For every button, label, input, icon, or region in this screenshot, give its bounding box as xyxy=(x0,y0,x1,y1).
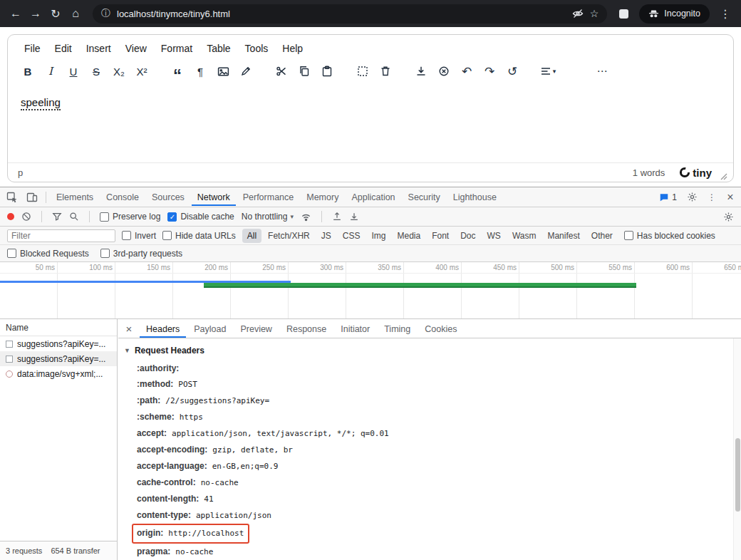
paste-icon[interactable] xyxy=(316,61,338,82)
tab-cookies[interactable]: Cookies xyxy=(418,320,463,338)
menu-help[interactable]: Help xyxy=(276,40,309,57)
tab-memory[interactable]: Memory xyxy=(301,188,344,206)
tab-elements[interactable]: Elements xyxy=(51,188,99,206)
filter-input[interactable] xyxy=(7,229,115,242)
tab-sources[interactable]: Sources xyxy=(146,188,190,206)
preserve-log-box[interactable] xyxy=(100,212,109,222)
chip-all[interactable]: All xyxy=(242,229,261,243)
element-path[interactable]: p xyxy=(18,167,23,178)
third-party-box[interactable] xyxy=(100,249,110,258)
tab-initiator[interactable]: Initiator xyxy=(334,320,376,338)
third-party-checkbox[interactable]: 3rd-party requests xyxy=(100,249,182,259)
tab-network[interactable]: Network xyxy=(192,188,236,206)
tab-timing[interactable]: Timing xyxy=(378,320,417,338)
chip-manifest[interactable]: Manifest xyxy=(542,229,584,243)
browser-menu-icon[interactable]: ⋮ xyxy=(717,7,734,21)
chip-media[interactable]: Media xyxy=(392,229,425,243)
detail-scrollbar[interactable] xyxy=(733,338,741,560)
throttling-select[interactable]: No throttling ▾ xyxy=(242,212,294,222)
cancel-icon[interactable] xyxy=(432,61,455,82)
blocked-requests-box[interactable] xyxy=(7,249,16,258)
hide-data-urls-checkbox[interactable]: Hide data URLs xyxy=(162,231,236,241)
export-har-icon[interactable] xyxy=(349,212,359,222)
undo-icon[interactable]: ↶ xyxy=(455,61,478,82)
request-row[interactable]: suggestions?apiKey=... xyxy=(0,336,117,351)
bookmark-star-icon[interactable]: ☆ xyxy=(590,8,599,19)
cut-icon[interactable] xyxy=(270,61,293,82)
has-blocked-cookies-checkbox[interactable]: Has blocked cookies xyxy=(624,231,715,241)
select-all-icon[interactable] xyxy=(351,61,374,82)
underline-icon[interactable]: U xyxy=(62,61,85,82)
home-icon[interactable]: ⌂ xyxy=(67,7,84,20)
issues-badge[interactable]: 1 xyxy=(659,192,677,202)
eye-off-icon[interactable] xyxy=(572,8,584,19)
devtools-close-icon[interactable]: × xyxy=(722,191,738,204)
name-column-header[interactable]: Name xyxy=(0,319,117,336)
chip-ws[interactable]: WS xyxy=(482,229,506,243)
chip-font[interactable]: Font xyxy=(427,229,454,243)
paragraph-icon[interactable]: ¶ xyxy=(189,61,212,82)
invert-box[interactable] xyxy=(122,231,131,240)
tab-payload[interactable]: Payload xyxy=(187,320,232,338)
menu-edit[interactable]: Edit xyxy=(48,40,78,57)
menu-view[interactable]: View xyxy=(119,40,153,57)
tiny-logo[interactable]: tiny xyxy=(679,167,712,179)
tab-console[interactable]: Console xyxy=(100,188,145,206)
inspect-icon[interactable] xyxy=(3,190,21,204)
devtools-menu-icon[interactable]: ⋮ xyxy=(703,190,721,204)
redo-icon[interactable]: ↷ xyxy=(478,61,501,82)
devtools-settings-icon[interactable] xyxy=(683,190,701,204)
misspelled-word[interactable]: speeling xyxy=(21,96,61,110)
resize-grip[interactable] xyxy=(720,173,727,180)
hide-data-urls-box[interactable] xyxy=(162,231,172,240)
chip-fetch-xhr[interactable]: Fetch/XHR xyxy=(263,229,315,243)
more-toolbar-icon[interactable]: ⋯ xyxy=(591,61,613,82)
request-headers-section[interactable]: ▼ Request Headers xyxy=(124,346,727,356)
strikethrough-icon[interactable]: S xyxy=(85,61,108,82)
window-icon[interactable] xyxy=(618,9,629,19)
superscript-icon[interactable]: X² xyxy=(130,61,153,82)
menu-format[interactable]: Format xyxy=(155,40,199,57)
import-har-icon[interactable] xyxy=(332,212,342,222)
invert-checkbox[interactable]: Invert xyxy=(122,231,156,241)
disable-cache-box[interactable] xyxy=(167,212,177,222)
search-icon[interactable] xyxy=(69,212,79,222)
page-info-icon[interactable]: ⓘ xyxy=(101,7,110,20)
reload-icon[interactable]: ↻ xyxy=(47,7,64,21)
network-settings-icon[interactable] xyxy=(723,212,734,222)
address-bar[interactable]: ⓘ localhost/tinymce/tiny6.html ☆ xyxy=(93,4,607,24)
blockquote-icon[interactable]: “ xyxy=(166,61,189,82)
editor-content[interactable]: speeling xyxy=(8,87,733,162)
tab-performance[interactable]: Performance xyxy=(237,188,300,206)
tab-lighthouse[interactable]: Lighthouse xyxy=(447,188,502,206)
network-conditions-icon[interactable] xyxy=(301,212,311,222)
filter-icon[interactable] xyxy=(52,212,62,222)
italic-icon[interactable]: I xyxy=(39,61,62,82)
forward-icon[interactable]: → xyxy=(27,7,44,20)
menu-table[interactable]: Table xyxy=(200,40,237,57)
device-toolbar-icon[interactable] xyxy=(23,190,41,204)
export-icon[interactable] xyxy=(410,61,432,82)
chip-doc[interactable]: Doc xyxy=(455,229,480,243)
subscript-icon[interactable]: X₂ xyxy=(108,61,130,82)
blocked-requests-checkbox[interactable]: Blocked Requests xyxy=(7,249,89,259)
tab-application[interactable]: Application xyxy=(346,188,400,206)
tab-preview[interactable]: Preview xyxy=(234,320,278,338)
menu-insert[interactable]: Insert xyxy=(80,40,118,57)
disable-cache-checkbox[interactable]: Disable cache xyxy=(167,212,234,222)
has-blocked-cookies-box[interactable] xyxy=(624,231,633,240)
pen-icon[interactable] xyxy=(234,61,257,82)
record-icon[interactable] xyxy=(7,213,14,220)
detail-close-icon[interactable]: × xyxy=(123,323,135,335)
request-row[interactable]: suggestions?apiKey=... xyxy=(0,351,117,366)
preserve-log-checkbox[interactable]: Preserve log xyxy=(100,212,160,222)
scrollbar-thumb[interactable] xyxy=(735,438,740,512)
trash-icon[interactable] xyxy=(374,61,397,82)
chip-css[interactable]: CSS xyxy=(338,229,366,243)
image-icon[interactable] xyxy=(212,61,234,82)
word-count[interactable]: 1 words xyxy=(633,167,665,178)
menu-file[interactable]: File xyxy=(18,40,47,57)
copy-icon[interactable] xyxy=(293,61,316,82)
request-row[interactable]: data:image/svg+xml;... xyxy=(0,366,117,381)
align-icon[interactable]: ▾ xyxy=(537,61,559,82)
